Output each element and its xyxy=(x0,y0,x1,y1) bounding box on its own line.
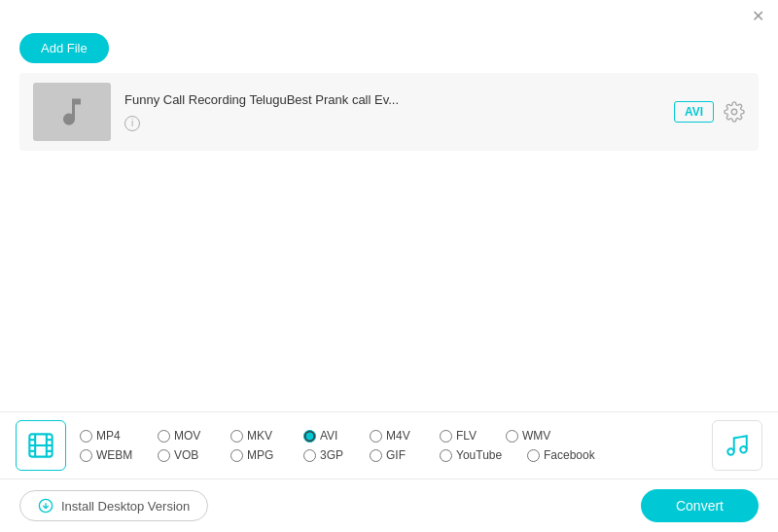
format-option-gif[interactable]: GIF xyxy=(370,448,440,462)
close-button[interactable]: ✕ xyxy=(749,8,766,25)
install-desktop-button[interactable]: Install Desktop Version xyxy=(19,490,208,521)
file-item: Funny Call Recording TeluguBest Prank ca… xyxy=(19,73,759,151)
bottom-bar: Install Desktop Version Convert xyxy=(0,479,778,532)
format-option-mov[interactable]: MOV xyxy=(158,429,230,443)
format-option-mpg[interactable]: MPG xyxy=(230,448,303,462)
film-icon xyxy=(27,432,54,459)
file-list: Funny Call Recording TeluguBest Prank ca… xyxy=(0,73,778,411)
file-name: Funny Call Recording TeluguBest Prank ca… xyxy=(124,92,662,107)
format-row-2: WEBM VOB MPG 3GP GIF YouTube xyxy=(80,448,698,462)
file-info: Funny Call Recording TeluguBest Prank ca… xyxy=(124,92,662,131)
format-area: MP4 MOV MKV AVI M4V FLV xyxy=(0,411,778,479)
format-option-mkv[interactable]: MKV xyxy=(230,429,303,443)
add-file-button[interactable]: Add File xyxy=(19,33,109,63)
convert-button[interactable]: Convert xyxy=(641,489,759,522)
svg-point-10 xyxy=(740,446,747,453)
file-actions: AVI xyxy=(674,101,745,123)
format-option-youtube[interactable]: YouTube xyxy=(440,448,527,462)
format-option-m4v[interactable]: M4V xyxy=(370,429,440,443)
svg-point-0 xyxy=(731,109,737,115)
audio-icon xyxy=(725,433,750,458)
format-badge[interactable]: AVI xyxy=(674,101,714,123)
video-format-icon-box[interactable] xyxy=(16,420,66,471)
music-icon xyxy=(54,94,89,129)
download-icon xyxy=(38,498,53,514)
format-option-avi[interactable]: AVI xyxy=(303,429,370,443)
settings-icon[interactable] xyxy=(724,101,745,123)
format-option-webm[interactable]: WEBM xyxy=(80,448,158,462)
audio-format-icon-box[interactable] xyxy=(712,420,762,471)
format-option-mp4[interactable]: MP4 xyxy=(80,429,158,443)
svg-point-9 xyxy=(727,448,734,455)
format-option-flv[interactable]: FLV xyxy=(440,429,506,443)
install-label: Install Desktop Version xyxy=(61,499,190,514)
info-icon[interactable]: i xyxy=(124,116,140,131)
format-option-vob[interactable]: VOB xyxy=(158,448,230,462)
format-row-1: MP4 MOV MKV AVI M4V FLV xyxy=(80,429,698,443)
title-bar: ✕ xyxy=(0,0,778,29)
file-thumbnail xyxy=(33,83,111,141)
toolbar: Add File xyxy=(0,29,778,73)
format-grid-wrapper: MP4 MOV MKV AVI M4V FLV xyxy=(80,429,698,462)
format-option-wmv[interactable]: WMV xyxy=(506,429,572,443)
format-option-3gp[interactable]: 3GP xyxy=(303,448,370,462)
format-option-facebook[interactable]: Facebook xyxy=(527,448,605,462)
